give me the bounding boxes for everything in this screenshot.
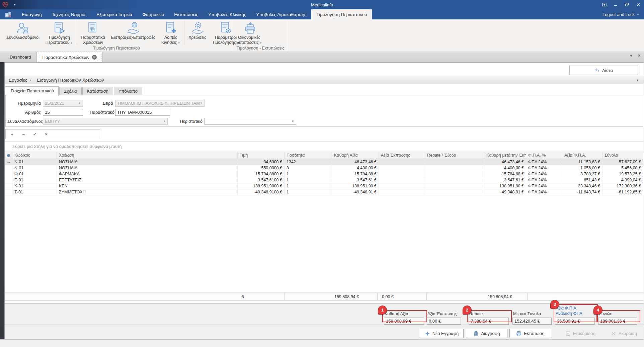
fullscreen-icon[interactable] <box>598 0 610 9</box>
detail-tab-1[interactable]: Στοιχεία Παραστατικού <box>6 86 59 96</box>
ribbon-group-printouts: ΟικονομικέςΕκτυπώσεις▼ <box>233 19 265 46</box>
ribbon-button-0-1[interactable]: ΤιμολόγησηΠεριστατικού▼ <box>43 19 76 46</box>
grid-row[interactable]: →Ν-01ΝΟΣΗΛΙΑ34,6300 €134246.473,46 €46.4… <box>5 159 643 165</box>
grid-cell: -49.348,91 € <box>484 189 526 195</box>
logout-button[interactable]: Logout and Lock ▼ <box>602 9 644 19</box>
grid-column-header[interactable]: Σύνολο <box>602 152 643 159</box>
document-tab-2[interactable]: Παραστατικά Χρεώσεων✕ <box>37 52 102 62</box>
remove-icon[interactable]: − <box>18 131 28 138</box>
document-tab-1[interactable]: Dashboard <box>4 52 37 62</box>
logout-caret-icon: ▼ <box>637 13 639 16</box>
document-input[interactable]: ΤΠΥ ΤΑΜ-000015 <box>115 109 170 116</box>
grid-edit-toolbar: +−✓× <box>5 129 100 139</box>
footer-discount-value: 0,00 € <box>382 292 422 301</box>
grid-indicator-header <box>5 152 12 159</box>
grid-cell: 15.784,8800 € <box>238 171 285 177</box>
number-label: Αριθμός <box>9 109 41 116</box>
charges-grid: Σύρετε μια Στήλη για να ομαδοποιήσετε σύ… <box>5 142 643 303</box>
print-button[interactable]: Εκτύπωση <box>509 329 551 338</box>
grid-cell: Ν-01 <box>12 159 57 165</box>
grid-column-header[interactable]: Χρέωση <box>57 152 238 159</box>
grid-column-header[interactable]: Καθαρή μετά την Έκπτ <box>484 152 526 159</box>
tasks-menu-button[interactable]: Εργασίες ▼ <box>5 78 33 83</box>
grid-row[interactable]: Ν-01ΝΟΣΗΛΙΑ550,0000 €84.400,00 €4.400,00… <box>5 165 643 171</box>
menu-tab-1[interactable]: Εισαγωγή <box>17 9 47 19</box>
menu-tab-2[interactable]: Τεχνητός Νεφρός <box>47 9 91 19</box>
restore-icon[interactable] <box>621 0 633 9</box>
grid-cell <box>425 189 484 195</box>
grid-cell: 11.153,63 € <box>562 159 602 165</box>
minimize-icon[interactable] <box>610 0 621 9</box>
series-label: Σειρά <box>90 100 113 107</box>
close-icon[interactable] <box>633 0 644 9</box>
new-record-button[interactable]: Νέα Εγγραφή <box>420 329 464 338</box>
date-field: 25/2/2021▼ <box>43 100 83 107</box>
ribbon-button-0-0[interactable]: Συναλλασσόμενοι <box>3 19 43 46</box>
grid-cell <box>379 165 425 171</box>
grid-cell: 3.547,6100 € <box>238 177 285 183</box>
menu-tab-5[interactable]: Εκτυπώσεις <box>169 9 203 19</box>
action-button-label: Ακύρωση <box>619 331 637 336</box>
add-icon[interactable]: + <box>7 131 17 138</box>
detail-tab-2[interactable]: Σχόλια <box>59 87 81 95</box>
total-value: 152.420,45 € <box>512 318 552 325</box>
annotation-badge: 4 <box>593 306 602 315</box>
grid-column-header[interactable]: Αξία Έκπτωσης <box>379 152 425 159</box>
grid-cell: 4.400,00 € <box>484 165 526 171</box>
window-controls <box>598 0 644 9</box>
ribbon-button-label: ΠαραστατικάΧρεώσεων <box>81 35 105 45</box>
tab-close-all-icon[interactable]: ✕ <box>638 54 641 58</box>
menu-tab-3[interactable]: Εξωτερικά Ιατρεία <box>91 9 137 19</box>
ribbon-button-0-5[interactable]: Χρεώσεις <box>185 19 209 46</box>
tab-list-caret-icon[interactable]: ▼ <box>629 54 633 58</box>
menu-tab-7[interactable]: Υποβολές Αιμοκάθαρσης <box>251 9 311 19</box>
detail-tab-4[interactable]: Υπόλοιπο <box>114 87 142 95</box>
grid-column-header[interactable]: Κωδικός <box>12 152 57 159</box>
grid-cell: 138.951,90 € <box>332 183 379 189</box>
row-indicator: → <box>5 159 12 165</box>
partner-field: ΕΟΠΥΥ▼ <box>43 118 168 125</box>
grid-cell: Ε-01 <box>12 177 57 183</box>
grid-column-header[interactable]: Τιμή <box>238 152 285 159</box>
ribbon-button-0-4[interactable]: ΛοιπέςΚινήσεις▼ <box>158 19 183 46</box>
grid-row[interactable]: Κ-01ΚΕΝ138.951,9000 €1138.951,90 €138.95… <box>5 183 643 189</box>
annotation-highlight-box <box>382 310 427 322</box>
undo-arrow-icon <box>594 68 600 73</box>
desktop-background-strip <box>0 62 4 339</box>
number-input[interactable]: 15 <box>43 109 83 116</box>
grid-column-header[interactable]: Φ.Π.Α. % <box>526 152 562 159</box>
grid-cell: 1 <box>285 183 332 189</box>
ribbon-divider <box>77 20 77 45</box>
grid-row[interactable]: Φ-01ΦΑΡΜΑΚΑ15.784,8800 €115.784,88 €15.7… <box>5 171 643 177</box>
delete-button[interactable]: Διαγραφή <box>466 329 507 338</box>
document-label: Παραστατικό <box>90 109 113 116</box>
list-button[interactable]: Λίστα <box>569 66 638 75</box>
grid-cell: ΦΠΑ 24% <box>526 183 562 189</box>
ribbon-button-0-3[interactable]: Εισπράξεις-Επιστροφές <box>108 19 158 46</box>
detail-tab-3[interactable]: Κατάσταση <box>82 87 113 95</box>
grid-cell: 15.784,88 € <box>484 171 526 177</box>
dropdown-caret-icon: ▼ <box>260 42 262 44</box>
grid-cell: -49.348,9100 € <box>238 189 285 195</box>
close-icon[interactable]: × <box>41 131 51 138</box>
annotation-badge: 2 <box>463 306 472 315</box>
grid-column-header[interactable]: Καθαρή Αξία <box>332 152 379 159</box>
menu-tab-4[interactable]: Φαρμακείο <box>137 9 169 19</box>
grid-column-header[interactable]: Rebate / Έξοδα <box>425 152 484 159</box>
ribbon-group-caption: Τιμολόγηση - Εκτυπώσεις <box>233 46 288 52</box>
tasks-bar-caret-icon[interactable]: ▼ <box>636 79 644 82</box>
grid-cell: ΕΞΕΤΑΣΕΙΣ <box>57 177 238 183</box>
ribbon-button-1-0[interactable]: ΟικονομικέςΕκτυπώσεις▼ <box>233 19 265 46</box>
ribbon-button-0-2[interactable]: ΠαραστατικάΧρεώσεων <box>78 19 108 46</box>
menu-tab-8[interactable]: Τιμολόγηση Περιστατικού <box>311 9 372 19</box>
grid-row[interactable]: Ε-01ΕΞΕΤΑΣΕΙΣ3.547,6100 €13.547,61 €3.54… <box>5 177 643 183</box>
menu-tab-6[interactable]: Υποβολές Κλινικής <box>203 9 251 19</box>
totals-area: Καθαρή Αξία159.808,99 €1Αξία Έκπτωσης0,0… <box>5 303 644 339</box>
tab-close-icon[interactable]: ✕ <box>92 55 97 60</box>
tasks-menu-caret-icon: ▼ <box>29 79 31 81</box>
accept-icon[interactable]: ✓ <box>30 131 40 138</box>
grid-column-header[interactable]: Αξία Φ.Π.Α. <box>562 152 602 159</box>
case-combobox[interactable]: ▼ <box>205 118 296 125</box>
grid-column-header[interactable]: Ποσότητα <box>285 152 332 159</box>
grid-row[interactable]: Σ-01ΣΥΜΜΕΤΟΧΗ-49.348,9100 €1-49.348,91 €… <box>5 189 643 195</box>
